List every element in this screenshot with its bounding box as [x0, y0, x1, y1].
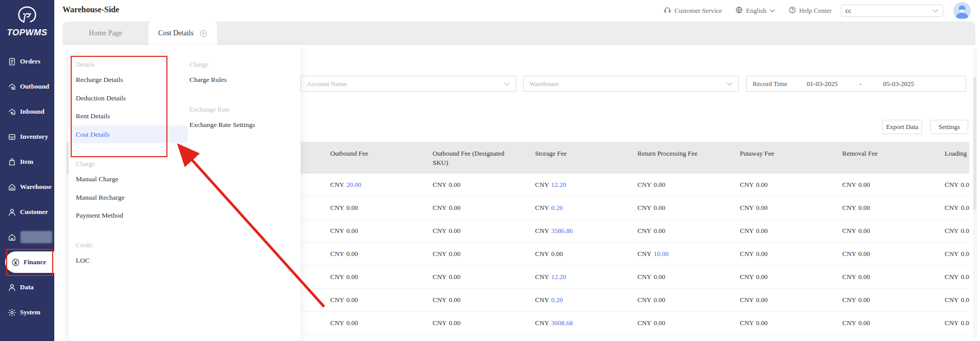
- sidebar-item-item[interactable]: Item: [0, 153, 54, 171]
- sidebar-item-outbound[interactable]: Outbound: [0, 77, 54, 96]
- page-title: Warehouse-Side: [62, 5, 119, 14]
- customer-service-link[interactable]: Customer Service: [664, 6, 722, 16]
- currency-label: CNY: [740, 204, 754, 211]
- fee-value: 0.00: [858, 204, 870, 211]
- flyout-item-deduction-details[interactable]: Deduction Details: [76, 89, 186, 108]
- fee-cell: CNY0.00: [432, 319, 534, 327]
- currency-label: CNY: [535, 227, 549, 235]
- fee-value[interactable]: 20.00: [346, 181, 361, 188]
- sidebar-item-customer[interactable]: Customer: [0, 203, 54, 221]
- currency-label: CNY: [330, 204, 344, 211]
- sidebar-item-label: System: [20, 308, 40, 316]
- currency-label: CNY: [330, 250, 344, 258]
- fee-value: 0.00: [961, 204, 969, 211]
- sidebar-item-data[interactable]: Data: [0, 278, 54, 296]
- currency-label: CNY: [535, 273, 549, 281]
- help-center-link[interactable]: Help Center: [789, 6, 832, 16]
- fee-cell: CNY0.20: [534, 204, 636, 212]
- flyout-item-rent-details[interactable]: Rent Details: [76, 107, 186, 125]
- settings-button[interactable]: Settings: [930, 120, 968, 134]
- sidebar-item-inventory[interactable]: Inventory: [0, 127, 54, 146]
- record-time-filter[interactable]: Record Time 01-03-2025 - 05-03-2025: [746, 76, 966, 92]
- tab-home-page[interactable]: Home Page: [62, 22, 148, 45]
- fee-value[interactable]: 0.20: [551, 296, 563, 304]
- warehouse-icon: [8, 183, 16, 191]
- user-avatar[interactable]: [953, 2, 971, 19]
- flyout-column-2: ChargeCharge RulesExchange RateExchange …: [189, 45, 297, 134]
- fee-value[interactable]: 0.20: [551, 204, 563, 211]
- warehouse-filter[interactable]: Warehouse: [523, 76, 739, 92]
- flyout-item-loc[interactable]: LOC: [76, 251, 186, 270]
- fee-cell: CNY0.00: [636, 227, 739, 235]
- language-switcher[interactable]: English: [735, 6, 775, 16]
- account-select[interactable]: cc: [841, 5, 943, 17]
- scrollbar-thumb[interactable]: [973, 77, 976, 210]
- sidebar-item-finance[interactable]: Finance: [5, 251, 54, 273]
- fee-cell: CNY0.00: [739, 227, 841, 235]
- sidebar-item-warehouse[interactable]: Warehouse: [0, 178, 54, 196]
- flyout-item-manual-charge[interactable]: Manual Charge: [76, 170, 186, 188]
- currency-label: CNY: [842, 227, 856, 235]
- export-data-button[interactable]: Export Data: [882, 120, 922, 134]
- fee-value: 0.00: [961, 181, 969, 188]
- account-select-value: cc: [845, 7, 851, 15]
- flyout-item-recharge-details[interactable]: Recharge Details: [76, 71, 186, 89]
- flyout-item-exchange-rate-settings[interactable]: Exchange Rate Settings: [189, 116, 297, 134]
- fee-value: 0.00: [346, 296, 358, 304]
- fee-cell: CNY0.00: [841, 227, 944, 235]
- fee-cell: CNY0.00: [841, 204, 944, 212]
- fee-value: 0.00: [756, 296, 768, 304]
- close-tab-icon[interactable]: [200, 30, 207, 37]
- fee-cell: CNY0.00: [636, 296, 739, 304]
- account-name-filter[interactable]: Account Name: [301, 76, 516, 92]
- flyout-item-charge-rules[interactable]: Charge Rules: [189, 71, 297, 89]
- currency-label: CNY: [637, 319, 651, 327]
- vertical-scrollbar[interactable]: [973, 48, 977, 338]
- fee-cell: CNY12.20: [534, 181, 636, 189]
- fee-cell: CNY0.00: [636, 181, 739, 189]
- fee-value[interactable]: 10.00: [653, 250, 668, 258]
- sidebar-item-orders[interactable]: Orders: [0, 52, 54, 71]
- headset-icon: [664, 6, 671, 16]
- fee-cell: CNY0.00: [329, 296, 432, 304]
- fee-cell: CNY0.00: [636, 204, 739, 212]
- fee-value[interactable]: 12.20: [551, 181, 566, 188]
- currency-label: CNY: [740, 273, 754, 281]
- flyout-item-cost-details[interactable]: Cost Details: [71, 125, 188, 144]
- fee-value: 0.00: [346, 273, 358, 281]
- currency-label: CNY: [740, 319, 754, 327]
- currency-label: CNY: [842, 181, 856, 188]
- fee-cell: CNY0.00: [432, 181, 534, 189]
- fee-value: 0.00: [346, 227, 358, 235]
- fee-value: 0.00: [346, 250, 358, 258]
- currency-label: CNY: [535, 181, 549, 188]
- fee-value[interactable]: 3586.86: [551, 227, 572, 235]
- fee-value: 0.00: [449, 227, 460, 235]
- tab-cost-details[interactable]: Cost Details: [148, 22, 217, 45]
- customer-icon: [8, 208, 16, 217]
- sidebar-item-inbound[interactable]: Inbound: [0, 102, 54, 121]
- chevron-down-icon: [770, 7, 775, 15]
- column-header-storage-fee: Storage Fee: [534, 142, 636, 174]
- currency-label: CNY: [945, 319, 958, 327]
- fee-value: 0.00: [961, 250, 969, 258]
- fee-value: 0.00: [653, 273, 665, 281]
- sidebar-item-hidden[interactable]: [0, 228, 54, 246]
- currency-label: CNY: [945, 204, 958, 211]
- tab-label: Home Page: [89, 29, 122, 37]
- fee-cell: CNY0.00: [329, 204, 432, 212]
- logo-text: TOPWMS: [0, 28, 54, 38]
- fee-value[interactable]: 12.20: [551, 273, 566, 281]
- fee-value[interactable]: 3608.68: [551, 319, 572, 327]
- currency-label: CNY: [842, 250, 856, 258]
- sidebar-item-system[interactable]: System: [0, 303, 54, 322]
- date-from-value[interactable]: 01-03-2025: [807, 80, 838, 88]
- flyout-column-1: DetailsRecharge DetailsDeduction Details…: [76, 45, 186, 269]
- date-to-value[interactable]: 05-03-2025: [883, 80, 914, 88]
- fee-value: 0.00: [449, 319, 460, 327]
- flyout-group-heading-charge: Charge: [189, 58, 297, 71]
- flyout-item-payment-method[interactable]: Payment Method: [76, 206, 186, 225]
- finance-flyout-menu: DetailsRecharge DetailsDeduction Details…: [69, 45, 301, 341]
- fee-value: 0.00: [449, 204, 460, 211]
- flyout-item-manual-recharge[interactable]: Manual Recharge: [76, 188, 186, 207]
